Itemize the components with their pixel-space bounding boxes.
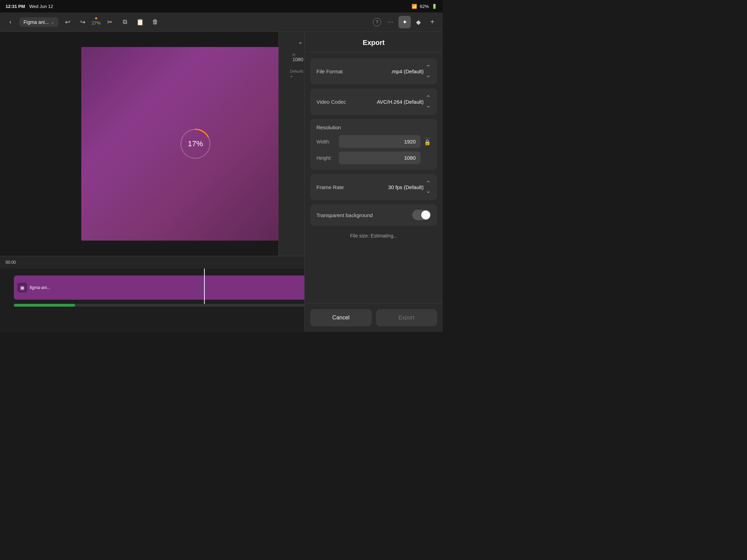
track-name: figma-ani... bbox=[30, 285, 50, 290]
video-codec-value: AVC/H.264 (Default) bbox=[377, 99, 424, 105]
video-preview: 17% bbox=[81, 47, 310, 241]
chevron-peek: ⌄ bbox=[290, 73, 303, 78]
height-display: H 1080 bbox=[293, 53, 303, 62]
right-peek-panel: ⌄ H 1080 Default) ⌄ bbox=[278, 32, 306, 256]
redo-button[interactable]: ↪ bbox=[76, 16, 89, 28]
status-bar-left: 12:31 PM Wed Jun 12 bbox=[6, 4, 53, 9]
video-codec-label: Video Codec bbox=[316, 99, 346, 105]
undo-button[interactable]: ↩ bbox=[61, 16, 74, 28]
lock-top-line: 🔒 bbox=[424, 138, 431, 146]
height-label: H bbox=[293, 53, 303, 57]
frame-rate-value: 30 fps (Default) bbox=[388, 184, 424, 190]
file-size-label: File size: bbox=[350, 233, 369, 239]
toolbar: ‹ Figma ani... ⌄ ↩ ↪ 27% ✂ ⧉ 📋 🗑 ? ··· ✦ bbox=[0, 12, 443, 32]
toggle-thumb bbox=[421, 211, 430, 220]
battery-icon: 🔋 bbox=[432, 4, 437, 9]
export-body: File Format .mp4 (Default) ⌃⌄ Video Code… bbox=[305, 53, 443, 303]
delete-icon: 🗑 bbox=[152, 18, 158, 26]
copy-icon: ⧉ bbox=[123, 18, 127, 26]
help-icon: ? bbox=[373, 18, 381, 26]
file-format-label: File Format bbox=[316, 68, 343, 74]
battery-level: 62% bbox=[420, 4, 429, 9]
help-button[interactable]: ? bbox=[371, 16, 383, 28]
more-button[interactable]: ··· bbox=[385, 16, 397, 28]
paste-icon: 📋 bbox=[136, 18, 144, 26]
undo-icon: ↩ bbox=[65, 18, 70, 26]
transparent-bg-toggle[interactable] bbox=[412, 210, 431, 220]
wifi-icon: 📶 bbox=[412, 4, 417, 9]
width-input[interactable] bbox=[339, 135, 421, 148]
project-title-text: Figma ani... bbox=[24, 19, 49, 25]
export-title: Export bbox=[313, 39, 434, 47]
file-format-stepper-icon: ⌃⌄ bbox=[426, 64, 431, 79]
diamond-button[interactable]: ◆ bbox=[412, 16, 425, 28]
default-label: Default) bbox=[290, 69, 303, 73]
progress-percentage: 17% bbox=[188, 139, 203, 148]
toolbar-right-actions: ? ··· ✦ ◆ + bbox=[371, 16, 439, 28]
file-size-row: File size: Estimating... bbox=[310, 230, 437, 242]
resolution-section: Resolution Width: 🔒 Height: bbox=[310, 119, 437, 170]
title-chevron-icon: ⌄ bbox=[51, 20, 54, 25]
status-bar: 12:31 PM Wed Jun 12 📶 62% 🔋 bbox=[0, 0, 443, 12]
export-panel: Export File Format .mp4 (Default) ⌃⌄ Vid… bbox=[304, 32, 443, 332]
video-codec-stepper-icon: ⌃⌄ bbox=[426, 94, 431, 109]
back-icon: ‹ bbox=[9, 18, 11, 26]
transparent-bg-row: Transparent background bbox=[310, 204, 437, 226]
video-codec-value-group: AVC/H.264 (Default) ⌃⌄ bbox=[377, 94, 431, 109]
active-tool-button[interactable]: ✦ bbox=[398, 16, 411, 28]
timeline-playhead bbox=[204, 269, 205, 307]
lock-icon: 🔒 bbox=[424, 139, 431, 146]
export-button[interactable]: Export bbox=[376, 309, 437, 326]
active-tool-icon: ✦ bbox=[402, 18, 407, 26]
status-date: Wed Jun 12 bbox=[29, 4, 53, 9]
resolution-label: Resolution bbox=[316, 124, 431, 130]
default-display: Default) ⌄ bbox=[290, 69, 303, 78]
export-header: Export bbox=[305, 32, 443, 53]
width-row: Width: 🔒 bbox=[316, 135, 431, 148]
status-time: 12:31 PM bbox=[6, 4, 25, 9]
frame-rate-row[interactable]: Frame Rate 30 fps (Default) ⌃⌄ bbox=[310, 174, 437, 200]
file-format-row[interactable]: File Format .mp4 (Default) ⌃⌄ bbox=[310, 58, 437, 84]
status-bar-right: 📶 62% 🔋 bbox=[412, 4, 437, 9]
add-icon: + bbox=[430, 18, 434, 26]
delete-button[interactable]: 🗑 bbox=[149, 16, 162, 28]
back-button[interactable]: ‹ bbox=[4, 16, 17, 28]
timeline-time: 00:00 bbox=[6, 260, 16, 265]
height-row: Height: bbox=[316, 151, 431, 164]
cut-button[interactable]: ✂ bbox=[103, 16, 116, 28]
paste-button[interactable]: 📋 bbox=[134, 16, 146, 28]
frame-rate-stepper-icon: ⌃⌄ bbox=[426, 179, 431, 195]
zoom-indicator: 27% bbox=[92, 18, 101, 26]
chevron-down-peek[interactable]: ⌄ bbox=[297, 37, 303, 46]
cut-icon: ✂ bbox=[107, 18, 112, 26]
height-value: 1080 bbox=[293, 57, 303, 62]
redo-icon: ↪ bbox=[80, 18, 85, 26]
add-button[interactable]: + bbox=[426, 16, 439, 28]
height-label: Height: bbox=[316, 155, 335, 161]
file-format-value-group: .mp4 (Default) ⌃⌄ bbox=[391, 64, 431, 79]
copy-button[interactable]: ⧉ bbox=[119, 16, 131, 28]
timeline-progress-fill bbox=[14, 304, 75, 307]
frame-rate-value-group: 30 fps (Default) ⌃⌄ bbox=[388, 179, 431, 195]
export-footer: Cancel Export bbox=[305, 303, 443, 332]
cancel-button[interactable]: Cancel bbox=[310, 309, 372, 326]
progress-ring: 17% bbox=[178, 127, 213, 161]
transparent-bg-label: Transparent background bbox=[316, 212, 373, 218]
width-label: Width: bbox=[316, 139, 335, 144]
more-icon: ··· bbox=[388, 19, 394, 25]
frame-rate-label: Frame Rate bbox=[316, 184, 344, 190]
zoom-level: 27% bbox=[92, 20, 101, 26]
file-size-value: Estimating... bbox=[371, 233, 397, 239]
diamond-icon: ◆ bbox=[416, 18, 421, 26]
height-input[interactable] bbox=[339, 151, 421, 164]
project-title-button[interactable]: Figma ani... ⌄ bbox=[19, 17, 58, 27]
video-codec-row[interactable]: Video Codec AVC/H.264 (Default) ⌃⌄ bbox=[310, 88, 437, 115]
track-icon: ▣ bbox=[17, 283, 27, 292]
file-format-value: .mp4 (Default) bbox=[391, 68, 424, 74]
